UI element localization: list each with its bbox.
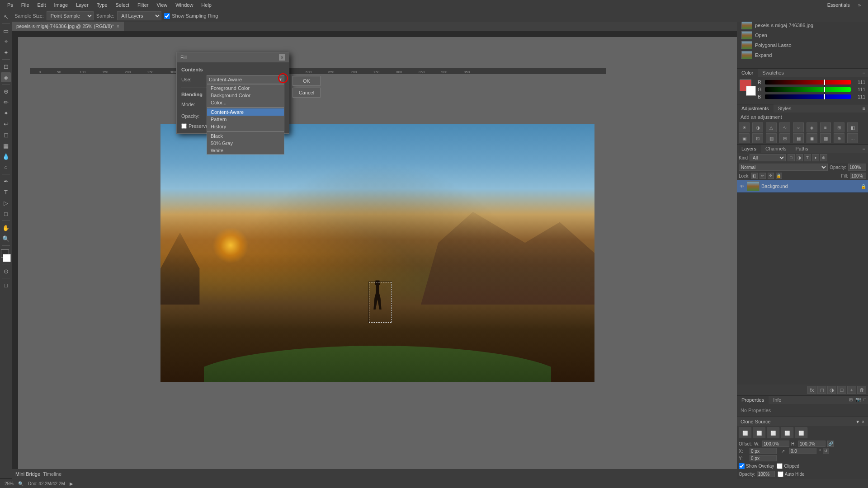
dialog-ok-btn[interactable]: OK <box>292 76 321 86</box>
menu-help[interactable]: Help <box>198 1 215 9</box>
layer-background[interactable]: 👁 Background 🔒 <box>737 180 868 193</box>
add-style-btn[interactable]: fx <box>807 386 816 394</box>
adj-invert[interactable]: ⊟ <box>779 133 790 143</box>
clone-src-btn-3[interactable]: ⬜ <box>767 427 779 438</box>
adj-exposure[interactable]: ○ <box>793 122 804 132</box>
prop-icon-3[interactable]: □ <box>863 397 866 402</box>
status-arrow[interactable]: ▶ <box>70 481 73 486</box>
adj-posterize[interactable]: ▦ <box>793 133 804 143</box>
preserve-transparency-checkbox[interactable] <box>181 123 187 129</box>
type-tool[interactable]: T <box>1 187 11 197</box>
menu-select[interactable]: Select <box>112 1 133 9</box>
layers-panel-options[interactable]: ≡ <box>860 145 868 153</box>
doc-tab-close[interactable]: × <box>117 24 119 29</box>
clone-x-input[interactable] <box>750 448 777 454</box>
path-select-tool[interactable]: ▷ <box>1 198 11 208</box>
tab-styles[interactable]: Styles <box>774 104 796 113</box>
adj-photo-filter[interactable]: ▣ <box>739 133 750 143</box>
history-brush-tool[interactable]: ↩ <box>1 119 11 129</box>
show-overlay-checkbox[interactable] <box>739 463 745 469</box>
clone-src-btn-2[interactable]: ⬜ <box>753 427 765 438</box>
clone-reset-icon[interactable]: ↺ <box>823 448 829 454</box>
color-fg-bg[interactable] <box>740 80 756 96</box>
adj-bw[interactable]: ◧ <box>847 122 858 132</box>
filter-shape-icon[interactable]: ♦ <box>812 154 819 161</box>
adj-brightness[interactable]: ☀ <box>739 122 750 132</box>
b-slider[interactable] <box>765 94 851 99</box>
add-mask-btn[interactable]: ◻ <box>817 386 826 394</box>
filter-adjust-icon[interactable]: ◑ <box>796 154 803 161</box>
pen-tool[interactable]: ✒ <box>1 176 11 186</box>
adj-color-balance[interactable]: ⊞ <box>834 122 844 132</box>
menu-image[interactable]: Image <box>51 1 72 9</box>
tab-info[interactable]: Info <box>769 396 786 404</box>
show-sampling-ring-wrap[interactable]: Show Sampling Ring <box>164 13 218 19</box>
gradient-tool[interactable]: ▦ <box>1 141 11 150</box>
quick-mask-tool[interactable]: ⊙ <box>1 266 11 276</box>
tab-color[interactable]: Color <box>737 69 758 77</box>
tab-layers[interactable]: Layers <box>737 145 761 153</box>
menu-window[interactable]: Window <box>172 1 197 9</box>
hand-tool[interactable]: ✋ <box>1 223 11 233</box>
adj-hue-sat[interactable]: ≡ <box>820 122 831 132</box>
crop-tool[interactable]: ⊡ <box>1 61 11 71</box>
tab-timeline[interactable]: Timeline <box>43 471 61 477</box>
tab-adjustments[interactable]: Adjustments <box>737 104 774 113</box>
add-layer-btn[interactable]: + <box>847 386 856 394</box>
menu-filter[interactable]: Filter <box>134 1 152 9</box>
shape-tool[interactable]: □ <box>1 209 11 219</box>
option-black[interactable]: Black <box>207 132 284 140</box>
show-overlay-wrap[interactable]: Show Overlay <box>739 463 774 469</box>
adj-channel-mixer[interactable]: ⊡ <box>752 133 763 143</box>
expand-panels-btn[interactable]: » <box>854 1 864 9</box>
adj-threshold[interactable]: ◼ <box>807 133 817 143</box>
history-item-1[interactable]: Open <box>739 30 866 40</box>
tab-swatches[interactable]: Swatches <box>758 69 788 77</box>
clone-y-input[interactable] <box>750 455 777 461</box>
clone-w-input[interactable]: 100.0% <box>762 441 789 447</box>
clone-src-btn-4[interactable]: ⬜ <box>781 427 793 438</box>
history-item-2[interactable]: Polygonal Lasso <box>739 40 866 50</box>
filter-smart-icon[interactable]: ⊕ <box>820 154 827 161</box>
quick-select-tool[interactable]: ✦ <box>1 47 11 57</box>
option-white[interactable]: White <box>207 147 284 154</box>
lock-all-btn[interactable]: 🔒 <box>776 173 782 179</box>
clone-opacity-input[interactable] <box>757 471 775 477</box>
lock-position-btn[interactable]: ✛ <box>768 173 774 179</box>
prop-icon-2[interactable]: 📷 <box>855 397 861 402</box>
prop-icon-1[interactable]: ⊞ <box>849 397 853 402</box>
adjustments-panel-options[interactable]: ≡ <box>860 104 868 113</box>
clone-h-input[interactable] <box>798 441 826 447</box>
history-item-3[interactable]: Expand <box>739 50 866 60</box>
auto-hide-checkbox[interactable] <box>778 471 783 477</box>
bg-color[interactable] <box>746 86 756 96</box>
option-50-gray[interactable]: 50% Gray <box>207 140 284 147</box>
option-content-aware[interactable]: Content-Aware <box>207 108 284 116</box>
option-history[interactable]: History <box>207 123 284 130</box>
zoom-tool[interactable]: 🔍 <box>1 234 11 244</box>
adj-vibrance[interactable]: ◈ <box>807 122 817 132</box>
eraser-tool[interactable]: ◻ <box>1 130 11 140</box>
menu-layer[interactable]: Layer <box>72 1 92 9</box>
show-sampling-ring-checkbox[interactable] <box>164 13 170 19</box>
clone-angle-input[interactable] <box>789 448 816 454</box>
menu-edit[interactable]: Edit <box>34 1 50 9</box>
add-adjustment-btn[interactable]: ◑ <box>827 386 836 394</box>
r-slider[interactable] <box>765 80 851 84</box>
clone-panel-minimize[interactable]: ▼ <box>855 419 860 424</box>
lock-image-btn[interactable]: ✏ <box>760 173 766 179</box>
layer-eye-icon[interactable]: 👁 <box>739 183 745 189</box>
color-swatches-tool[interactable] <box>0 249 12 262</box>
move-tool[interactable]: ↖ <box>1 12 11 22</box>
opacity-input[interactable] <box>848 164 866 171</box>
essentials-btn[interactable]: Essentials <box>824 1 854 9</box>
g-slider[interactable] <box>765 87 851 92</box>
option-background-color[interactable]: Background Color <box>207 92 284 99</box>
doc-tab[interactable]: pexels-s-migaj-746386.jpg @ 25% (RGB/8)*… <box>12 22 124 31</box>
adj-color-lookup[interactable]: ▥ <box>766 133 777 143</box>
sample-select[interactable]: All Layers Current Layer <box>117 11 161 20</box>
adj-selective-color[interactable]: ⊕ <box>834 133 844 143</box>
adj-curves[interactable]: ∿ <box>779 122 790 132</box>
adj-gradient-map[interactable]: ▩ <box>820 133 831 143</box>
blend-mode-select[interactable]: Normal Multiply Screen Overlay <box>739 164 828 171</box>
